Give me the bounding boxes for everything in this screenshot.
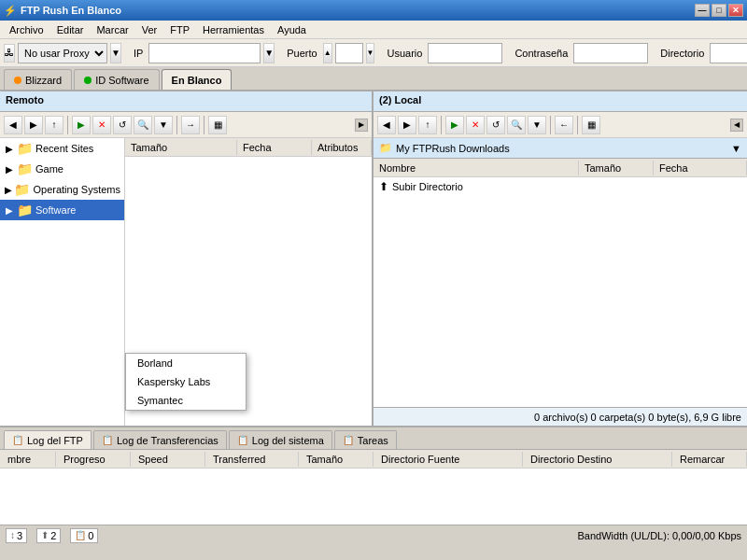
folder-icon-software: 📁 bbox=[17, 203, 33, 217]
counter-box-3: 📋 0 bbox=[70, 528, 98, 543]
log-table: mbre Progreso Speed Transferred Tamaño D… bbox=[0, 450, 747, 525]
close-button[interactable]: ✕ bbox=[728, 4, 743, 17]
ip-input[interactable] bbox=[148, 43, 261, 63]
submenu-symantec[interactable]: Symantec bbox=[126, 391, 246, 410]
arrow-icon-game: ▶ bbox=[4, 163, 15, 175]
remote-table-header: Tamaño Fecha Atributos bbox=[125, 138, 372, 157]
menu-archivo[interactable]: Archivo bbox=[4, 22, 49, 37]
local-btn-up[interactable]: ↑ bbox=[418, 116, 437, 134]
remote-btn-play[interactable]: ▶ bbox=[72, 116, 91, 134]
puerto-label: Puerto bbox=[284, 48, 319, 59]
remote-btn-refresh[interactable]: ↺ bbox=[113, 116, 132, 134]
local-file-list: ⬆ Subir Directorio bbox=[374, 177, 747, 407]
panel-right: (2) Local ◀ ▶ ↑ ▶ ✕ ↺ 🔍 ▼ ← ▦ ◀ 📁 My FTP… bbox=[374, 91, 747, 426]
remote-btn-stop[interactable]: ✕ bbox=[92, 116, 111, 134]
menu-marcar[interactable]: Marcar bbox=[91, 22, 134, 37]
title-bar-left: ⚡ FTP Rush En Blanco bbox=[4, 5, 121, 17]
remote-btn-fwd[interactable]: ▶ bbox=[24, 116, 43, 134]
menu-bar: Archivo Editar Marcar Ver FTP Herramient… bbox=[0, 21, 747, 39]
directorio-input[interactable] bbox=[710, 43, 747, 63]
toolbar-btn-1[interactable]: 🖧 bbox=[4, 44, 15, 63]
bottom-tabs: 📋 Log del FTP 📋 Log de Transferencias 📋 … bbox=[0, 427, 747, 450]
local-btn-fwd[interactable]: ▶ bbox=[398, 116, 416, 134]
panel-left: Remoto ◀ ▶ ↑ ▶ ✕ ↺ 🔍 ▼ → ▦ ▶ ▶ bbox=[0, 91, 374, 426]
local-btn-filter[interactable]: 🔍 bbox=[507, 116, 526, 134]
local-btn-stop[interactable]: ✕ bbox=[466, 116, 485, 134]
tab-blizzard[interactable]: Blizzard bbox=[4, 69, 72, 90]
local-toolbar: ◀ ▶ ↑ ▶ ✕ ↺ 🔍 ▼ ← ▦ ◀ bbox=[374, 112, 747, 138]
arrow-icon-software: ▶ bbox=[4, 204, 15, 216]
local-btn-play[interactable]: ▶ bbox=[445, 116, 464, 134]
counter-value-2: 2 bbox=[50, 530, 56, 541]
menu-editar[interactable]: Editar bbox=[51, 22, 90, 37]
btab-logtransfer[interactable]: 📋 Log de Transferencias bbox=[93, 430, 227, 449]
remote-btn-back[interactable]: ◀ bbox=[4, 116, 22, 134]
puerto-down[interactable]: ▼ bbox=[366, 43, 375, 63]
menu-ayuda[interactable]: Ayuda bbox=[272, 22, 312, 37]
menu-ftp[interactable]: FTP bbox=[164, 22, 195, 37]
lh-dirdestino: Directorio Destino bbox=[523, 452, 672, 467]
usuario-input[interactable] bbox=[428, 43, 502, 63]
puerto-up[interactable]: ▲ bbox=[323, 43, 332, 63]
tree-item-software[interactable]: ▶ 📁 Software bbox=[0, 200, 124, 220]
btab-logftp[interactable]: 📋 Log del FTP bbox=[4, 430, 92, 449]
menu-herramientas[interactable]: Herramientas bbox=[197, 22, 270, 37]
local-btn-refresh[interactable]: ↺ bbox=[486, 116, 505, 134]
menu-ver[interactable]: Ver bbox=[136, 22, 163, 37]
tree-area: ▶ 📁 Recent Sites ▶ 📁 Game ▶ 📁 Operating … bbox=[0, 138, 125, 426]
lh-mbre: mbre bbox=[0, 452, 56, 467]
tab-dot-blizzard bbox=[14, 77, 21, 84]
local-btn-arrow[interactable]: ← bbox=[555, 116, 573, 134]
submenu-borland[interactable]: Borland bbox=[126, 354, 246, 372]
lh-progreso: Progreso bbox=[56, 452, 131, 467]
proxy-select[interactable]: No usar Proxy bbox=[18, 43, 107, 63]
lh-dirfuente: Directorio Fuente bbox=[374, 452, 523, 467]
remote-btn-grid[interactable]: ▦ bbox=[208, 116, 227, 134]
tab-enblanco[interactable]: En Blanco bbox=[162, 69, 233, 90]
tab-idsoftware[interactable]: ID Software bbox=[74, 69, 159, 90]
maximize-button[interactable]: □ bbox=[712, 4, 726, 17]
ip-arrow[interactable]: ▼ bbox=[263, 43, 275, 63]
remote-toolbar: ◀ ▶ ↑ ▶ ✕ ↺ 🔍 ▼ → ▦ ▶ bbox=[0, 112, 372, 138]
main-content: Remoto ◀ ▶ ↑ ▶ ✕ ↺ 🔍 ▼ → ▦ ▶ ▶ bbox=[0, 91, 747, 427]
remote-sep-1 bbox=[67, 116, 68, 134]
btab-icon-tareas: 📋 bbox=[343, 435, 354, 445]
file-item-updir[interactable]: ⬆ Subir Directorio bbox=[374, 177, 747, 196]
ip-label: IP bbox=[131, 48, 146, 59]
btab-tareas[interactable]: 📋 Tareas bbox=[334, 430, 397, 449]
local-scroll-btn[interactable]: ◀ bbox=[730, 119, 743, 132]
local-path-dropdown[interactable]: ▼ bbox=[731, 143, 741, 154]
lh-remarcar: Remarcar bbox=[672, 452, 747, 467]
log-header: mbre Progreso Speed Transferred Tamaño D… bbox=[0, 450, 747, 469]
contrasena-input[interactable] bbox=[573, 43, 648, 63]
btab-icon-logtransfer: 📋 bbox=[102, 435, 113, 445]
local-path-label: My FTPRush Downloads bbox=[396, 143, 731, 154]
submenu-kaspersky[interactable]: Kaspersky Labs bbox=[126, 372, 246, 391]
remote-header: Remoto bbox=[0, 91, 372, 112]
th-tamano: Tamaño bbox=[125, 140, 237, 155]
local-btn-grid[interactable]: ▦ bbox=[582, 116, 600, 134]
tree-item-recentsites[interactable]: ▶ 📁 Recent Sites bbox=[0, 138, 124, 159]
directorio-label: Directorio bbox=[657, 48, 707, 59]
remote-btn-up[interactable]: ↑ bbox=[45, 116, 63, 134]
tree-item-game[interactable]: ▶ 📁 Game bbox=[0, 159, 124, 179]
toolbar-arrow-btn[interactable]: ▼ bbox=[110, 43, 121, 63]
remote-sep-2 bbox=[176, 116, 177, 134]
tree-item-operatingsystems[interactable]: ▶ 📁 Operating Systems bbox=[0, 179, 124, 200]
local-btn-back[interactable]: ◀ bbox=[377, 116, 396, 134]
bottom-status-left: ↕ 3 ⬆ 2 📋 0 bbox=[6, 528, 98, 543]
remote-btn-arrow[interactable]: → bbox=[181, 116, 200, 134]
puerto-input[interactable]: 21 bbox=[335, 43, 363, 63]
contrasena-label: Contraseña bbox=[512, 48, 571, 59]
minimize-button[interactable]: — bbox=[695, 4, 710, 17]
updir-icon: ⬆ bbox=[379, 180, 388, 193]
remote-btn-filter[interactable]: 🔍 bbox=[134, 116, 152, 134]
local-path-folder-icon: 📁 bbox=[379, 142, 392, 154]
remote-scroll-btn[interactable]: ▶ bbox=[355, 119, 368, 132]
remote-btn-more[interactable]: ▼ bbox=[154, 116, 173, 134]
bottom-status-bar: ↕ 3 ⬆ 2 📋 0 BandWidth (UL/DL): 0,00/0,00… bbox=[0, 525, 747, 545]
th-fecha: Fecha bbox=[237, 140, 312, 155]
local-btn-more[interactable]: ▼ bbox=[528, 116, 546, 134]
btab-logsistema[interactable]: 📋 Log del sistema bbox=[229, 430, 332, 449]
th-atributos: Atributos bbox=[312, 140, 372, 155]
